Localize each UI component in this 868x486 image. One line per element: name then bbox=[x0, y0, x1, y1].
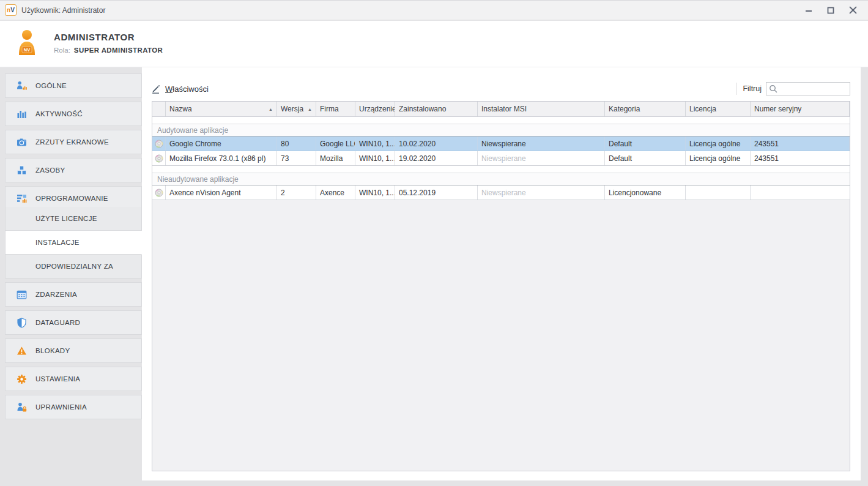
user-role: Rola:SUPER ADMINISTRATOR bbox=[54, 47, 163, 54]
cell-instalator-msi: Niewspierane bbox=[478, 151, 605, 165]
cell-nazwa: Axence nVision Agent bbox=[166, 185, 277, 200]
cell-numer-seryjny: 243551 bbox=[751, 151, 850, 165]
cubes-icon bbox=[17, 165, 27, 176]
properties-label: Właściwości bbox=[165, 84, 209, 94]
group-spacer bbox=[152, 166, 850, 173]
svg-text:NV: NV bbox=[24, 47, 30, 53]
app-logo-icon: nV bbox=[5, 4, 17, 16]
pencil-icon bbox=[152, 84, 161, 94]
software-list-icon bbox=[17, 193, 27, 204]
user-lock-icon bbox=[17, 402, 27, 413]
sidebar: OGÓLNE AKTYWNOŚĆ ZRZUTY EKRANOWE bbox=[5, 73, 142, 423]
disc-icon bbox=[152, 151, 166, 165]
user-header: NV ADMINISTRATOR Rola:SUPER ADMINISTRATO… bbox=[0, 21, 868, 67]
cell-zainstalowano: 05.12.2019 bbox=[395, 185, 478, 200]
table-header-row: Nazwa▲ Wersja▲ Firma Urządzenie Zainstal… bbox=[152, 102, 850, 117]
page-title: ADMINISTRATOR bbox=[54, 32, 135, 42]
sidebar-item-zrzuty-ekranowe[interactable]: ZRZUTY EKRANOWE bbox=[5, 130, 142, 154]
table-row-axence-nvision-agent[interactable]: Axence nVision Agent 2 Axence WIN10, 1..… bbox=[152, 185, 850, 200]
sidebar-item-aktywnosc[interactable]: AKTYWNOŚĆ bbox=[5, 102, 142, 126]
bar-chart-icon bbox=[17, 109, 27, 119]
sidebar-item-uprawnienia[interactable]: UPRAWNIENIA bbox=[5, 395, 142, 419]
column-header-wersja[interactable]: Wersja▲ bbox=[277, 102, 316, 116]
cell-firma: Mozilla bbox=[316, 151, 355, 165]
table-row-mozilla-firefox[interactable]: Mozilla Firefox 73.0.1 (x86 pl) 73 Mozil… bbox=[152, 151, 850, 166]
column-header-firma[interactable]: Firma bbox=[316, 102, 355, 116]
calendar-icon bbox=[17, 290, 27, 300]
body: Właściwości Filtruj Nazwa▲ Wersja▲ bbox=[0, 67, 868, 486]
column-header-numer-seryjny[interactable]: Numer seryjny bbox=[751, 102, 850, 116]
sidebar-item-ogolne[interactable]: OGÓLNE bbox=[5, 73, 142, 98]
group-spacer bbox=[152, 117, 850, 124]
sort-asc-icon: ▲ bbox=[265, 107, 273, 111]
cell-instalator-msi: Niewspierane bbox=[478, 185, 605, 200]
filter-label: Filtruj bbox=[743, 84, 762, 93]
cell-urzadzenie: WIN10, 1... bbox=[355, 151, 395, 165]
cell-firma: Axence bbox=[316, 185, 355, 200]
maximize-button[interactable] bbox=[824, 4, 837, 17]
column-header-urzadzenie[interactable]: Urządzenie bbox=[355, 102, 395, 116]
sidebar-item-instalacje[interactable]: INSTALACJE bbox=[5, 231, 142, 255]
cell-kategoria: Default bbox=[605, 151, 686, 165]
sidebar-item-dataguard[interactable]: DATAGUARD bbox=[5, 310, 142, 335]
cell-kategoria: Default bbox=[605, 136, 686, 151]
column-header-instalator-msi[interactable]: Instalator MSI bbox=[478, 102, 605, 116]
table-row-google-chrome[interactable]: Google Chrome 80 Google LLC WIN10, 1... … bbox=[152, 136, 850, 151]
cell-wersja: 2 bbox=[277, 185, 316, 200]
close-button[interactable] bbox=[846, 4, 859, 17]
cell-licencja bbox=[686, 185, 751, 200]
cell-licencja: Licencja ogólne bbox=[686, 136, 751, 151]
column-header-zainstalowano[interactable]: Zainstalowano bbox=[395, 102, 478, 116]
cell-numer-seryjny bbox=[751, 185, 850, 200]
cell-licencja: Licencja ogólne bbox=[686, 151, 751, 165]
shield-icon bbox=[17, 318, 27, 328]
column-header-nazwa[interactable]: Nazwa▲ bbox=[166, 102, 277, 116]
cell-zainstalowano: 19.02.2020 bbox=[395, 151, 478, 165]
user-stats-icon bbox=[17, 81, 27, 91]
sidebar-item-ustawienia[interactable]: USTAWIENIA bbox=[5, 367, 142, 391]
cell-urzadzenie: WIN10, 1... bbox=[355, 136, 395, 151]
column-header-icon[interactable] bbox=[152, 102, 166, 116]
sidebar-submenu-oprogramowanie: UŻYTE LICENCJE INSTALACJE ODPOWIEDZIALNY… bbox=[5, 207, 142, 279]
camera-icon bbox=[17, 137, 27, 148]
filter-input[interactable] bbox=[766, 82, 850, 95]
sort-asc-icon: ▲ bbox=[304, 107, 312, 111]
properties-button[interactable]: Właściwości bbox=[152, 84, 209, 94]
sidebar-item-uzyte-licencje[interactable]: UŻYTE LICENCJE bbox=[5, 207, 142, 231]
close-icon bbox=[849, 6, 857, 14]
cell-firma: Google LLC bbox=[316, 136, 355, 151]
cell-zainstalowano: 10.02.2020 bbox=[395, 136, 478, 151]
sidebar-item-odpowiedzialny-za[interactable]: ODPOWIEDZIALNY ZA bbox=[5, 255, 142, 279]
search-icon bbox=[769, 84, 777, 93]
cell-nazwa: Google Chrome bbox=[166, 136, 277, 151]
disc-icon bbox=[152, 185, 166, 200]
minimize-button[interactable] bbox=[802, 4, 815, 17]
column-header-licencja[interactable]: Licencja bbox=[686, 102, 751, 116]
minimize-icon bbox=[805, 7, 812, 14]
cell-kategoria: Licencjonowane bbox=[605, 185, 686, 200]
maximize-icon bbox=[827, 7, 834, 14]
warning-icon bbox=[17, 346, 27, 356]
sidebar-item-blokady[interactable]: BLOKADY bbox=[5, 338, 142, 363]
cell-numer-seryjny: 243551 bbox=[751, 136, 850, 151]
toolbar-separator bbox=[736, 83, 737, 95]
sidebar-item-zasoby[interactable]: ZASOBY bbox=[5, 158, 142, 182]
group-row-nieaudytowane[interactable]: Nieaudytowane aplikacje bbox=[152, 173, 850, 185]
role-value: SUPER ADMINISTRATOR bbox=[74, 47, 163, 54]
installations-table: Nazwa▲ Wersja▲ Firma Urządzenie Zainstal… bbox=[152, 101, 850, 471]
cell-wersja: 73 bbox=[277, 151, 316, 165]
window-title: Użytkownik: Administrator bbox=[21, 6, 105, 15]
cell-wersja: 80 bbox=[277, 136, 316, 151]
cell-instalator-msi: Niewspierane bbox=[478, 136, 605, 151]
column-header-kategoria[interactable]: Kategoria bbox=[605, 102, 686, 116]
group-row-audytowane[interactable]: Audytowane aplikacje bbox=[152, 124, 850, 136]
cell-urzadzenie: WIN10, 1... bbox=[355, 185, 395, 200]
toolbar: Właściwości Filtruj bbox=[152, 81, 850, 97]
avatar-icon: NV bbox=[16, 29, 38, 59]
disc-icon bbox=[152, 136, 166, 151]
sidebar-item-zdarzenia[interactable]: ZDARZENIA bbox=[5, 282, 142, 307]
titlebar: nV Użytkownik: Administrator bbox=[0, 0, 868, 20]
content-panel: Właściwości Filtruj Nazwa▲ Wersja▲ bbox=[142, 67, 861, 480]
role-label: Rola: bbox=[54, 47, 70, 54]
cell-nazwa: Mozilla Firefox 73.0.1 (x86 pl) bbox=[166, 151, 277, 165]
